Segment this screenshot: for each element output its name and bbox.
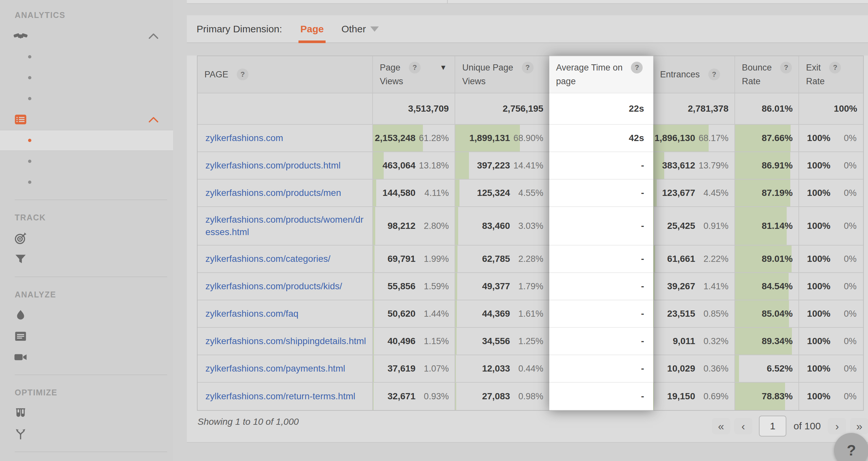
- percentage-bar: [373, 152, 384, 179]
- cell-bounce-rate: 87.19%: [735, 180, 799, 207]
- sidebar-item-form-analytics[interactable]: [0, 326, 173, 347]
- cell-unique-page-views: 1,899,13168.90%: [455, 125, 549, 152]
- bullet-icon: [28, 76, 31, 79]
- primary-dimension-bar: Primary Dimension: Page Other: [187, 16, 868, 43]
- sort-desc-icon[interactable]: ▼: [440, 61, 447, 74]
- percentage-bar: [455, 382, 456, 410]
- pagination: « ‹ of 100 › »: [712, 415, 868, 437]
- tab-other[interactable]: Other: [337, 16, 383, 42]
- cell-page: zylkerfashions.com/categories/: [197, 246, 373, 273]
- sidebar-item-acquisition[interactable]: [0, 26, 173, 47]
- column-header-label: Entrances: [660, 68, 700, 81]
- tab-page[interactable]: Page: [297, 16, 328, 42]
- page-link[interactable]: zylkerfashions.com/faq: [206, 308, 299, 320]
- percentage-bar: [653, 382, 654, 410]
- cell-page: zylkerfashions.com/products/women/dresse…: [197, 207, 373, 246]
- help-icon[interactable]: ?: [237, 68, 249, 80]
- sidebar-item-channels[interactable]: [0, 47, 173, 67]
- help-icon[interactable]: ?: [780, 62, 792, 73]
- page-link[interactable]: zylkerfashions.com/products.html: [206, 159, 341, 172]
- sidebar-item-funnel-analysis[interactable]: [0, 249, 173, 270]
- percentage-bar: [653, 355, 653, 382]
- column-header-unique-page-views[interactable]: Unique Page?Views: [455, 56, 549, 93]
- cell-avg-time-on-page: 42s: [549, 125, 653, 152]
- percentage-bar: [455, 207, 458, 245]
- sidebar-item-goals[interactable]: [0, 228, 173, 249]
- cell-page-views: 463,06413.18%: [373, 152, 456, 180]
- chevron-up-icon[interactable]: [148, 32, 159, 39]
- page-link[interactable]: zylkerfashions.com: [206, 132, 283, 144]
- cell-entrances: 9,0110.32%: [653, 328, 735, 355]
- sidebar-item-a-b-test[interactable]: [0, 403, 173, 424]
- split-icon: [13, 427, 28, 441]
- cell-page-views: 2,153,24861.28%: [373, 125, 456, 152]
- page-link[interactable]: zylkerfashions.com/categories/: [206, 253, 331, 265]
- percentage-bar: [735, 355, 739, 382]
- column-header-exit-rate[interactable]: Exit?Rate: [799, 56, 863, 93]
- sidebar-item-session-recording[interactable]: [0, 347, 173, 368]
- sidebar-item-heatmap[interactable]: [0, 305, 173, 326]
- cell-bounce-rate: 85.04%: [735, 300, 799, 328]
- column-header-label: Rate: [742, 75, 761, 88]
- cell-avg-time-on-page: -: [549, 382, 653, 410]
- page-link[interactable]: zylkerfashions.com/payments.html: [206, 362, 345, 375]
- bullet-icon: [28, 139, 31, 142]
- sidebar-section-analytics: ANALYTICS: [0, 5, 173, 26]
- cell-page-views: 69,7911.99%: [373, 246, 456, 273]
- bullet-icon: [28, 181, 31, 184]
- page-link[interactable]: zylkerfashions.com/products/men: [206, 187, 341, 199]
- page-link[interactable]: zylkerfashions.com/products/kids/: [206, 280, 342, 293]
- page-number-input[interactable]: [759, 416, 786, 436]
- column-header-page[interactable]: PAGE?: [197, 56, 373, 93]
- help-icon[interactable]: ?: [409, 62, 421, 73]
- page-link[interactable]: zylkerfashions.com/shippingdetails.html: [206, 335, 366, 347]
- sidebar-item-all-pages[interactable]: [0, 130, 173, 151]
- percentage-bar: [653, 246, 655, 272]
- cell-unique-page-views: 12,0330.44%: [455, 355, 549, 382]
- cell-unique-page-views: 34,5561.25%: [455, 328, 549, 355]
- column-header-bounce-rate[interactable]: Bounce?Rate: [735, 56, 799, 93]
- table-row: zylkerfashions.com/shippingdetails.html4…: [197, 328, 863, 355]
- page-link[interactable]: zylkerfashions.com/return-terms.html: [206, 390, 355, 403]
- first-page-button[interactable]: «: [712, 418, 730, 434]
- cell-exit-rate: 100%0%: [799, 246, 863, 273]
- sidebar-item-landing-pages[interactable]: [0, 151, 173, 172]
- sidebar-item-country[interactable]: [0, 88, 173, 109]
- column-header-label: Bounce: [742, 61, 772, 74]
- chevron-down-icon: [370, 26, 379, 32]
- column-header-entrances[interactable]: Entrances?: [653, 56, 735, 93]
- prev-page-button[interactable]: ‹: [734, 418, 752, 434]
- table-row: zylkerfashions.com/products/women/dresse…: [197, 207, 863, 246]
- help-icon[interactable]: ?: [829, 62, 841, 73]
- sidebar-item-exit-pages[interactable]: [0, 172, 173, 193]
- cell-avg-time-on-page: -: [549, 180, 653, 207]
- sidebar-item-split-url-test[interactable]: [0, 424, 173, 445]
- sidebar-item-behaviour[interactable]: [0, 109, 173, 130]
- table-row: zylkerfashions.com/categories/69,7911.99…: [197, 246, 863, 273]
- next-page-button[interactable]: ›: [828, 418, 846, 434]
- cell-exit-rate: 100%0%: [799, 300, 863, 328]
- column-header-avg-time-on-page[interactable]: Average Time on?page: [549, 56, 653, 93]
- cell-entrances: 1,896,13068.17%: [653, 125, 735, 152]
- summary-page-views: 3,513,709: [373, 93, 456, 125]
- sidebar-item-source-medium[interactable]: [0, 67, 173, 88]
- table-header-row: PAGE?Page?▼ViewsUnique Page?ViewsAverage…: [197, 56, 863, 93]
- percentage-bar: [373, 328, 374, 355]
- summary-bounce-rate: 86.01%: [735, 93, 799, 125]
- help-icon[interactable]: ?: [631, 62, 643, 73]
- chevron-up-icon[interactable]: [148, 116, 159, 123]
- help-fab-label: ?: [847, 441, 856, 459]
- last-page-button[interactable]: »: [850, 418, 868, 434]
- cell-page: zylkerfashions.com/products/men: [197, 180, 373, 207]
- help-icon[interactable]: ?: [522, 62, 534, 73]
- percentage-bar: [653, 180, 657, 206]
- page-link[interactable]: zylkerfashions.com/products/women/dresse…: [206, 214, 367, 238]
- primary-dimension-label: Primary Dimension:: [196, 24, 282, 35]
- cell-entrances: 383,61213.79%: [653, 152, 735, 180]
- help-icon[interactable]: ?: [708, 68, 720, 80]
- cell-unique-page-views: 83,4603.03%: [455, 207, 549, 246]
- tab-other-label: Other: [341, 24, 366, 35]
- cell-exit-rate: 100%0%: [799, 207, 863, 246]
- percentage-bar: [653, 207, 654, 245]
- column-header-page-views[interactable]: Page?▼Views: [373, 56, 456, 93]
